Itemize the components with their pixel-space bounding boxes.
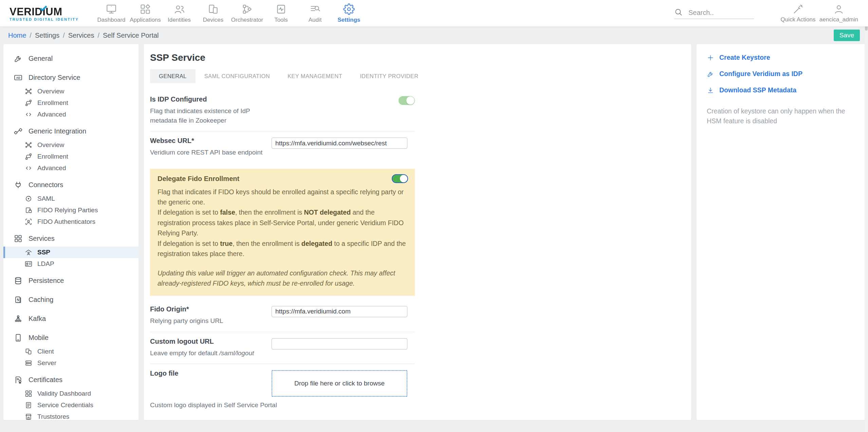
quick-actions-button[interactable]: Quick Actions: [778, 3, 818, 23]
sidebar-item-label: Server: [37, 359, 56, 367]
sidebar-section-caching[interactable]: Caching: [3, 292, 138, 308]
user-menu[interactable]: aencica_admin: [818, 3, 859, 23]
delegate-fido-desc-line: If delegation is set to true, then the e…: [158, 238, 407, 259]
sidebar-item-ssp[interactable]: SSP: [3, 247, 138, 258]
breadcrumb-item-home[interactable]: Home: [8, 32, 26, 39]
logo-file-label: Logo file: [150, 370, 265, 377]
sidebar-item-overview[interactable]: Overview: [3, 139, 138, 151]
download-ssp-metadata-link[interactable]: Download SSP Metadata: [707, 86, 854, 94]
nav-item-audit[interactable]: Audit: [298, 3, 332, 23]
tab-general[interactable]: GENERAL: [150, 69, 196, 83]
sidebar-section-general[interactable]: General: [3, 51, 138, 67]
sidebar-section-services[interactable]: Services: [3, 231, 138, 247]
search-box[interactable]: [674, 8, 754, 19]
search-input[interactable]: [688, 9, 743, 17]
nav-item-devices[interactable]: Devices: [196, 3, 230, 23]
tools-icon: [275, 3, 287, 15]
sidebar-item-advanced[interactable]: Advanced: [3, 162, 138, 174]
route-icon: [24, 99, 33, 107]
magic-wand-icon: [792, 3, 804, 15]
breadcrumb: Home/Settings/Services/Self Service Port…: [8, 32, 159, 39]
sidebar-section-label: Services: [29, 235, 55, 242]
client-icon: [24, 347, 33, 356]
sidebar-item-advanced[interactable]: Advanced: [3, 109, 138, 120]
websec-url-desc: Veridium core REST API base endpoint: [150, 148, 265, 157]
delegate-fido-desc-line: Flag that indicates if FIDO keys should …: [158, 187, 407, 208]
nav-item-tools[interactable]: Tools: [264, 3, 298, 23]
sidebar-item-service-credentials[interactable]: Service Credentials: [3, 399, 138, 411]
nav-item-settings[interactable]: Settings: [332, 3, 366, 23]
top-navigation: VERIDIUM TRUSTED DIGITAL IDENTITY Dashbo…: [0, 0, 868, 26]
delegate-fido-toggle[interactable]: [392, 174, 408, 183]
create-keystore-link[interactable]: Create Keystore: [707, 54, 854, 61]
custom-logout-input[interactable]: [272, 338, 407, 349]
websec-url-label: Websec URL*: [150, 137, 265, 145]
page-scrollbar[interactable]: [865, 0, 868, 432]
sidebar-section-label: Persistence: [29, 277, 64, 285]
certificate-icon: [14, 375, 23, 384]
sidebar-item-server[interactable]: Server: [3, 357, 138, 369]
sidebar-section-directory-service[interactable]: ADDirectory Service: [3, 70, 138, 86]
sidebar-section-certificates[interactable]: Certificates: [3, 372, 138, 388]
grid-icon: [24, 390, 33, 398]
websec-url-input[interactable]: [272, 138, 407, 149]
save-button[interactable]: Save: [834, 30, 860, 41]
sidebar-item-saml[interactable]: SAML: [3, 193, 138, 204]
settings-icon: [343, 3, 355, 15]
sidebar-item-validity-dashboard[interactable]: Validity Dashboard: [3, 388, 138, 399]
sidebar-section-label: Caching: [29, 296, 53, 304]
breadcrumb-separator: /: [30, 32, 32, 39]
dashboard-icon: [106, 3, 117, 15]
logo-file-dropzone[interactable]: Drop file here or click to browse: [272, 370, 407, 397]
is-idp-configured-toggle[interactable]: [399, 96, 415, 105]
action-link-label: Configure Veridium as IDP: [719, 70, 802, 78]
audit-icon: [309, 3, 321, 15]
tab-saml-configuration[interactable]: SAML CONFIGURATION: [196, 69, 279, 83]
tab-key-management[interactable]: KEY MANAGEMENT: [279, 69, 351, 83]
main-panel: SSP Service GENERALSAML CONFIGURATIONKEY…: [144, 44, 691, 420]
custom-logout-label: Custom logout URL: [150, 338, 265, 345]
sidebar-section-connectors[interactable]: Connectors: [3, 177, 138, 193]
keystore-note: Creation of keystore can only happen whe…: [707, 106, 854, 126]
breadcrumb-item-settings[interactable]: Settings: [35, 32, 59, 39]
breadcrumb-item-services[interactable]: Services: [68, 32, 94, 39]
fido-origin-input[interactable]: [272, 306, 407, 317]
integration-icon: [14, 127, 23, 136]
graph-icon: [24, 141, 33, 149]
breadcrumb-separator: /: [97, 32, 99, 39]
nav-item-dashboard[interactable]: Dashboard: [94, 3, 128, 23]
field-logo-file: Logo file Drop file here or click to bro…: [150, 364, 415, 399]
veridium-logo[interactable]: VERIDIUM TRUSTED DIGITAL IDENTITY: [10, 7, 81, 21]
sidebar-item-overview[interactable]: Overview: [3, 86, 138, 97]
is-idp-configured-label: Is IDP Configured: [150, 95, 265, 103]
configure-veridium-as-idp-link[interactable]: Configure Veridium as IDP: [707, 70, 854, 78]
topnav-right: Quick Actions aencica_admin: [674, 3, 868, 23]
sidebar-item-label: SAML: [37, 195, 55, 202]
username: aencica_admin: [819, 16, 858, 23]
sidebar-item-fido-authenticators[interactable]: FIDO Authenticators: [3, 216, 138, 228]
sidebar-item-enrollment[interactable]: Enrollment: [3, 151, 138, 162]
action-link-label: Create Keystore: [719, 54, 770, 61]
code-icon: [24, 164, 33, 172]
sidebar-section-persistence[interactable]: Persistence: [3, 273, 138, 289]
sidebar-item-ldap[interactable]: LDAP: [3, 258, 138, 270]
nav-item-applications[interactable]: Applications: [128, 3, 162, 23]
nav-item-label: Orchestrator: [231, 17, 263, 23]
sidebar-section-label: Certificates: [29, 376, 62, 384]
sidebar-item-fido-relying-parties[interactable]: FIDO Relying Parties: [3, 204, 138, 216]
sidebar-item-enrollment[interactable]: Enrollment: [3, 97, 138, 109]
kafka-icon: [14, 314, 23, 323]
sidebar-item-truststores[interactable]: Truststores: [3, 411, 138, 420]
nav-item-identities[interactable]: Identities: [162, 3, 196, 23]
nav-item-orchestrator[interactable]: Orchestrator: [230, 3, 264, 23]
sidebar-item-label: Enrollment: [37, 99, 68, 107]
sidebar-section-generic-integration[interactable]: Generic Integration: [3, 123, 138, 139]
sidebar-section-kafka[interactable]: Kafka: [3, 311, 138, 327]
action-links: Create KeystoreConfigure Veridium as IDP…: [707, 54, 854, 94]
sidebar-item-client[interactable]: Client: [3, 346, 138, 357]
sidebar-item-label: Advanced: [37, 164, 66, 172]
server-icon: [24, 359, 33, 367]
sidebar-section-mobile[interactable]: Mobile: [3, 330, 138, 346]
tab-identity-provider[interactable]: IDENTITY PROVIDER: [351, 69, 427, 83]
nav-item-label: Applications: [130, 17, 161, 23]
